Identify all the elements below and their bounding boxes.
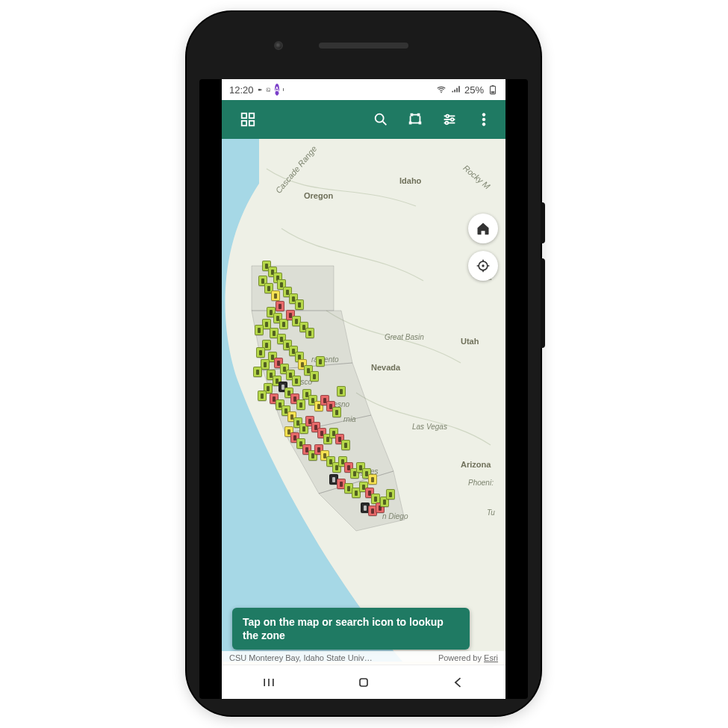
- status-bar: 12:20 A 25%: [222, 79, 505, 100]
- svg-rect-7: [242, 113, 246, 118]
- phone-frame: 12:20 A 25%: [187, 12, 541, 715]
- svg-point-14: [446, 122, 449, 125]
- battery-icon: [488, 84, 498, 95]
- select-area-button[interactable]: [399, 104, 431, 135]
- overflow-menu-button[interactable]: [468, 104, 500, 135]
- image-icon: [266, 87, 270, 92]
- app-badge-icon: A: [275, 84, 280, 96]
- map-home-button[interactable]: [468, 214, 498, 243]
- status-time: 12:20: [229, 84, 254, 96]
- map-marker[interactable]: [386, 489, 395, 500]
- map-marker[interactable]: [292, 376, 301, 386]
- map-attribution: CSU Monterey Bay, Idaho State Univ… Powe…: [222, 651, 505, 665]
- phone-side-button: [541, 258, 545, 348]
- svg-rect-25: [360, 679, 367, 686]
- svg-rect-10: [249, 121, 254, 125]
- map-marker[interactable]: [341, 440, 350, 450]
- svg-rect-8: [249, 113, 254, 118]
- nav-back-button[interactable]: [436, 671, 481, 694]
- map-marker[interactable]: [271, 290, 280, 301]
- map-locate-button[interactable]: [468, 251, 498, 281]
- map-hint-text: Tap on the map or search icon to lookup …: [243, 616, 444, 641]
- app-screen: 12:20 A 25%: [222, 79, 505, 699]
- nav-recents-button[interactable]: [246, 671, 291, 694]
- more-vert-icon: [476, 111, 492, 128]
- map-marker[interactable]: [316, 356, 325, 367]
- apps-menu-button[interactable]: [232, 104, 264, 135]
- phone-speaker: [319, 43, 408, 49]
- home-nav-icon: [356, 675, 371, 690]
- svg-point-11: [376, 114, 384, 122]
- map-marker[interactable]: [256, 347, 265, 358]
- apps-icon: [240, 111, 256, 128]
- svg-point-13: [451, 118, 454, 121]
- search-button[interactable]: [365, 104, 396, 135]
- attribution-right: Powered by Esri: [438, 653, 498, 662]
- map-marker[interactable]: [337, 386, 346, 396]
- locate-icon: [476, 258, 491, 273]
- map-marker[interactable]: [332, 407, 341, 417]
- android-nav-bar: [222, 665, 505, 699]
- phone-glass: 12:20 A 25%: [199, 79, 528, 699]
- home-icon: [476, 221, 491, 236]
- svg-rect-6: [491, 91, 495, 93]
- back-icon: [451, 675, 466, 690]
- map-marker[interactable]: [305, 328, 314, 338]
- filter-button[interactable]: [434, 104, 465, 135]
- recents-icon: [261, 675, 276, 690]
- map-canvas[interactable]: Cascade RangeOregonIdahoRocky MGreat Bas…: [222, 139, 505, 665]
- attribution-left: CSU Monterey Bay, Idaho State Univ…: [229, 653, 373, 662]
- map-marker[interactable]: [310, 371, 319, 382]
- battery-text: 25%: [464, 84, 484, 96]
- filter-sliders-icon: [441, 111, 458, 128]
- svg-point-17: [482, 123, 485, 126]
- nav-home-button[interactable]: [341, 671, 386, 694]
- map-marker[interactable]: [253, 367, 262, 377]
- phone-top-bezel: [187, 12, 541, 79]
- map-marker[interactable]: [295, 299, 304, 310]
- svg-point-12: [446, 115, 449, 118]
- svg-point-16: [482, 118, 485, 121]
- map-marker[interactable]: [276, 301, 284, 311]
- svg-rect-9: [242, 121, 246, 125]
- map-marker[interactable]: [279, 319, 288, 329]
- svg-point-24: [482, 264, 484, 267]
- app-bar: [222, 100, 505, 139]
- phone-camera: [274, 41, 283, 50]
- map-marker[interactable]: [258, 391, 267, 401]
- esri-link[interactable]: Esri: [484, 653, 498, 662]
- svg-rect-5: [492, 85, 494, 86]
- svg-point-2: [267, 89, 268, 90]
- map-hint-banner: Tap on the map or search icon to lookup …: [232, 608, 470, 650]
- map-area[interactable]: Cascade RangeOregonIdahoRocky MGreat Bas…: [222, 139, 505, 665]
- svg-point-15: [482, 113, 485, 116]
- search-icon: [373, 111, 389, 128]
- polygon-select-icon: [407, 111, 423, 128]
- svg-rect-0: [258, 89, 260, 91]
- svg-point-3: [441, 92, 442, 93]
- wifi-icon: [436, 84, 447, 95]
- signal-icon: [450, 84, 461, 95]
- map-marker[interactable]: [296, 399, 305, 410]
- map-marker[interactable]: [255, 325, 264, 335]
- map-marker[interactable]: [368, 474, 377, 485]
- phone-side-button: [541, 202, 545, 243]
- recording-icon: [258, 87, 262, 92]
